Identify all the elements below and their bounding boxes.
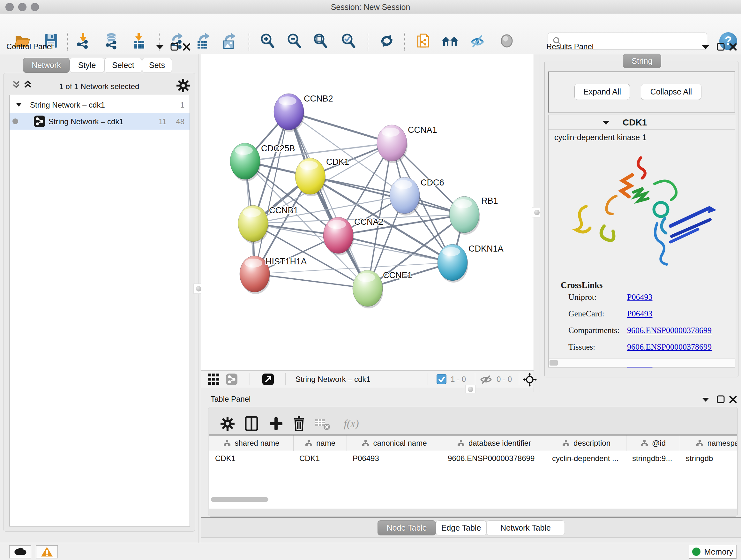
column-header-database-identifier[interactable]: database identifier xyxy=(442,435,546,451)
string-view-icon[interactable] xyxy=(226,374,238,386)
tab-node-table[interactable]: Node Table xyxy=(378,520,436,536)
network-options-gear-icon[interactable] xyxy=(177,79,190,94)
node-CCNA2[interactable] xyxy=(323,217,354,255)
crosslink-link[interactable]: 9606.ENSP00000378699 xyxy=(627,326,712,335)
float-panel-icon[interactable] xyxy=(717,395,725,405)
hidden-eye-icon[interactable] xyxy=(479,375,493,386)
delete-column-icon[interactable] xyxy=(290,415,308,433)
section-expander-icon[interactable] xyxy=(602,120,610,126)
node-CDK1[interactable] xyxy=(295,158,326,196)
edge-CCNB2-HIST1H1A[interactable] xyxy=(255,112,289,274)
column-header-description[interactable]: description xyxy=(546,435,626,451)
close-panel-icon[interactable] xyxy=(729,395,737,405)
bird-eye-view-icon[interactable] xyxy=(498,32,516,50)
show-graphics-details-icon[interactable] xyxy=(469,32,487,50)
cloud-button[interactable] xyxy=(9,545,31,558)
table-options-gear-icon[interactable] xyxy=(219,415,237,433)
table-cell[interactable]: stringdb:9... xyxy=(626,451,680,466)
table-cell[interactable]: CDK1 xyxy=(209,451,293,466)
node-CCNB1[interactable] xyxy=(238,205,269,244)
table-cell[interactable]: 9606.ENSP00000378699 xyxy=(442,451,546,466)
table-horizontal-scrollbar[interactable] xyxy=(211,497,268,502)
memory-button[interactable]: Memory xyxy=(689,545,737,559)
tab-sets[interactable]: Sets xyxy=(142,58,172,73)
crosslinks-title: CrossLinks xyxy=(561,280,603,290)
table-cell[interactable]: P06493 xyxy=(347,451,442,466)
zoom-in-icon[interactable] xyxy=(259,32,276,50)
function-builder-icon[interactable]: f(x) xyxy=(339,415,364,433)
node-CCNE1[interactable] xyxy=(353,270,383,308)
tab-style[interactable]: Style xyxy=(70,58,105,73)
zoom-fit-icon[interactable] xyxy=(312,32,329,50)
node-CDKN1A[interactable] xyxy=(437,244,468,283)
export-table-icon[interactable] xyxy=(195,32,212,50)
network-collection-row[interactable]: String Network – cdk1 1 xyxy=(10,97,190,113)
column-header--id[interactable]: @id xyxy=(626,435,680,451)
fit-content-crosshair-icon[interactable] xyxy=(523,373,537,388)
collection-expander-icon[interactable] xyxy=(16,102,22,109)
network-graph[interactable]: CCNB2CCNA1CDC25BCDK1CDC6RB1CCNB1CCNA2CDK… xyxy=(201,54,534,370)
tab-edge-table[interactable]: Edge Table xyxy=(436,520,486,536)
zoom-out-icon[interactable] xyxy=(285,32,303,50)
create-column-icon[interactable] xyxy=(267,415,285,433)
column-type-icon xyxy=(223,439,231,447)
table-cell[interactable]: stringdb xyxy=(680,451,737,466)
horizontal-splitter-handle[interactable] xyxy=(465,385,475,393)
collapse-all-button[interactable]: Collapse All xyxy=(641,84,701,100)
import-network-from-database-icon[interactable] xyxy=(103,32,121,50)
column-type-icon xyxy=(696,439,703,447)
node-CDC25B[interactable] xyxy=(230,143,261,181)
column-header-shared-name[interactable]: shared name xyxy=(209,435,293,451)
string-document-icon[interactable] xyxy=(414,32,432,50)
network-row[interactable]: String Network – cdk1 11 48 xyxy=(10,113,190,130)
export-image-icon[interactable] xyxy=(220,32,239,50)
node-CCNA1[interactable] xyxy=(377,125,408,163)
network-status-dot xyxy=(12,118,18,126)
homes-icon[interactable] xyxy=(441,32,459,50)
node-CCNB2[interactable] xyxy=(274,94,305,132)
tab-string[interactable]: String xyxy=(623,54,661,68)
float-panel-icon[interactable] xyxy=(171,43,179,52)
right-splitter[interactable] xyxy=(534,54,540,392)
horizontal-splitter[interactable] xyxy=(201,388,534,393)
refresh-icon[interactable] xyxy=(378,32,396,50)
import-network-icon[interactable] xyxy=(75,32,92,50)
close-panel-icon[interactable] xyxy=(729,43,737,52)
gene-section-header[interactable]: CDK1 xyxy=(549,115,735,130)
import-table-icon[interactable] xyxy=(130,32,148,50)
zoom-selected-icon[interactable] xyxy=(340,32,357,50)
tab-network[interactable]: Network xyxy=(23,58,70,73)
crosslink-link[interactable]: P06493 xyxy=(627,293,652,302)
table-body: CDK1CDK1P064939606.ENSP00000378699cyclin… xyxy=(209,451,737,466)
node-CDC6[interactable] xyxy=(390,177,420,215)
column-header-namespace[interactable]: namespace xyxy=(680,435,737,451)
table-cell[interactable]: CDK1 xyxy=(293,451,347,466)
tab-network-table[interactable]: Network Table xyxy=(486,520,565,536)
node-label-HIST1H1A: HIST1H1A xyxy=(266,257,307,266)
network-canvas[interactable]: CCNB2CCNA1CDC25BCDK1CDC6RB1CCNB1CCNA2CDK… xyxy=(201,54,534,370)
left-splitter[interactable] xyxy=(199,54,201,543)
float-panel-icon[interactable] xyxy=(717,43,725,52)
edge-HIST1H1A-CCNE1[interactable] xyxy=(255,274,367,288)
crosslink-link[interactable]: P06493 xyxy=(627,309,652,319)
tab-select[interactable]: Select xyxy=(105,58,142,73)
close-panel-icon[interactable] xyxy=(183,43,191,52)
table-cell[interactable]: cyclin-dependent ... xyxy=(546,451,626,466)
window-title: Session: New Session xyxy=(0,3,741,12)
warnings-button[interactable] xyxy=(36,545,58,558)
show-columns-icon[interactable] xyxy=(243,415,261,433)
birds-eye-grid-icon[interactable] xyxy=(208,374,219,386)
delete-table-icon[interactable] xyxy=(314,415,332,433)
detach-view-icon[interactable] xyxy=(262,374,274,386)
section-scrollbar[interactable] xyxy=(549,359,735,367)
column-header-name[interactable]: name xyxy=(293,435,347,451)
collapse-panel-icon[interactable] xyxy=(701,44,710,51)
collapse-panel-icon[interactable] xyxy=(156,44,164,51)
node-RB1[interactable] xyxy=(449,196,480,235)
collapse-panel-icon[interactable] xyxy=(701,396,710,403)
column-header-canonical-name[interactable]: canonical name xyxy=(347,435,442,451)
crosslink-link[interactable]: 9606.ENSP00000378699 xyxy=(627,342,712,352)
selected-checkbox-icon[interactable] xyxy=(436,374,447,385)
column-type-icon xyxy=(361,439,369,447)
expand-all-button[interactable]: Expand All xyxy=(575,84,630,100)
